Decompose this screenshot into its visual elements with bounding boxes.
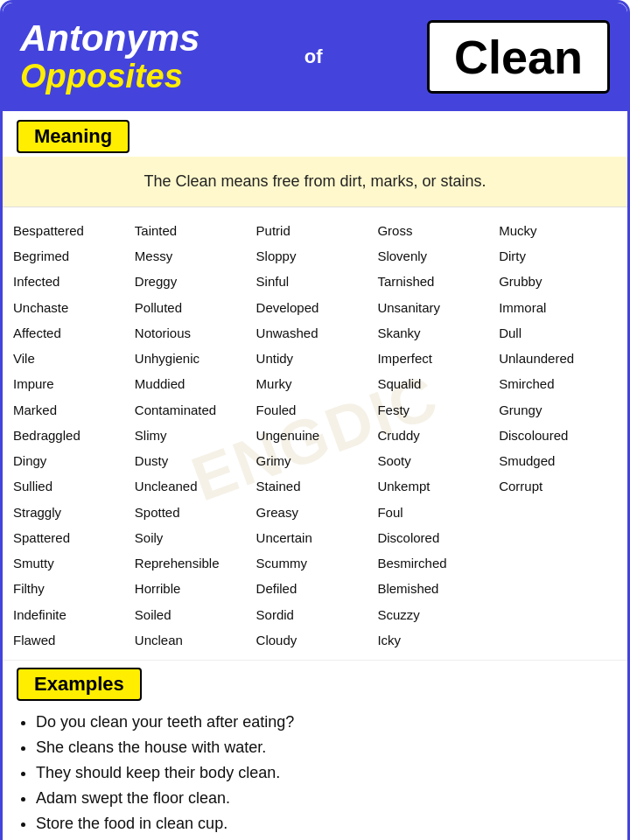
word-col-1: BespatteredBegrimedInfectedUnchasteAffec… xyxy=(11,218,133,653)
word-item: Slimy xyxy=(133,423,255,448)
meaning-text: The Clean means free from dirt, marks, o… xyxy=(3,157,627,207)
example-item: Store the food in clean cup. xyxy=(36,815,610,833)
word-col-4: GrossSlovenlyTarnishedUnsanitarySkankyIm… xyxy=(375,218,497,653)
example-item: Do you clean your teeth after eating? xyxy=(36,713,610,732)
word-item: Vile xyxy=(11,346,133,371)
word-grid-container: ENGDIC BespatteredBegrimedInfectedUnchas… xyxy=(3,214,627,660)
word-item: Murky xyxy=(255,371,376,396)
word-item: Discolored xyxy=(375,525,497,550)
word-item: Indefinite xyxy=(11,602,133,627)
word-item: Greasy xyxy=(255,500,376,525)
word-col-5: MuckyDirtyGrubbyImmoralDullUnlaunderedSm… xyxy=(497,218,619,653)
word-item: Putrid xyxy=(255,218,376,243)
word-item: Bespattered xyxy=(11,218,133,243)
word-item: Spattered xyxy=(11,525,133,550)
header: Antonyms Opposites of Clean xyxy=(3,3,627,111)
word-item: Soily xyxy=(133,525,255,550)
word-item: Sloppy xyxy=(255,243,376,269)
word-item: Imperfect xyxy=(375,346,497,371)
word-item: Unhygienic xyxy=(133,346,255,371)
word-item xyxy=(497,526,619,531)
word-item: Dirty xyxy=(497,243,619,269)
word-item: Contaminated xyxy=(133,397,255,423)
word-item: Ungenuine xyxy=(255,423,376,448)
example-item: They should keep their body clean. xyxy=(36,764,610,782)
word-item: Tarnished xyxy=(375,269,497,294)
word-item: Muddied xyxy=(133,371,255,396)
word-item: Gross xyxy=(375,218,497,243)
word-item: Sullied xyxy=(11,473,133,499)
meaning-label: Meaning xyxy=(17,120,130,153)
word-item: Grimy xyxy=(255,448,376,473)
word-item: Affected xyxy=(11,320,133,346)
word-item: Flawed xyxy=(11,627,133,653)
word-item: Scummy xyxy=(255,550,376,576)
meaning-label-row: Meaning xyxy=(3,111,627,157)
word-item: Dusty xyxy=(133,448,255,473)
word-item: Bedraggled xyxy=(11,423,133,448)
word-item: Discoloured xyxy=(497,423,619,448)
word-item: Dull xyxy=(497,320,619,346)
header-left: Antonyms Opposites xyxy=(20,18,200,95)
examples-label-row: Examples xyxy=(3,660,627,704)
word-item: Smirched xyxy=(497,371,619,396)
word-item: Unclean xyxy=(133,627,255,653)
word-item: Mucky xyxy=(497,218,619,243)
word-item: Infected xyxy=(11,269,133,294)
word-item: Skanky xyxy=(375,320,497,346)
example-item: Adam swept the floor clean. xyxy=(36,789,610,808)
word-item: Immoral xyxy=(497,295,619,320)
examples-list: Do you clean your teeth after eating?She… xyxy=(3,704,627,840)
word-item: Reprehensible xyxy=(133,550,255,576)
word-item: Unsanitary xyxy=(375,295,497,320)
word-item: Notorious xyxy=(133,320,255,346)
header-title2: Opposites xyxy=(20,59,200,95)
word-item: Scuzzy xyxy=(375,602,497,627)
word-item: Squalid xyxy=(375,371,497,396)
header-of-label: of xyxy=(304,46,323,68)
word-item: Cruddy xyxy=(375,423,497,448)
word-item: Sordid xyxy=(255,602,376,627)
word-item: Dreggy xyxy=(133,269,255,294)
word-item: Unwashed xyxy=(255,320,376,346)
word-item: Unlaundered xyxy=(497,346,619,371)
word-item: Festy xyxy=(375,397,497,423)
word-item: Blemished xyxy=(375,576,497,601)
example-item: She cleans the house with water. xyxy=(36,738,610,757)
word-item: Straggly xyxy=(11,500,133,525)
word-item: Developed xyxy=(255,295,376,320)
word-item: Uncleaned xyxy=(133,473,255,499)
word-item: Foul xyxy=(375,500,497,525)
word-item: Corrupt xyxy=(497,473,619,499)
word-item: Begrimed xyxy=(11,243,133,269)
word-item: Defiled xyxy=(255,576,376,601)
header-word-box: Clean xyxy=(427,20,610,94)
word-grid: BespatteredBegrimedInfectedUnchasteAffec… xyxy=(11,218,619,653)
word-item: Horrible xyxy=(133,576,255,601)
word-item: Grungy xyxy=(497,397,619,423)
word-item: Sinful xyxy=(255,269,376,294)
word-col-2: TaintedMessyDreggyPollutedNotoriousUnhyg… xyxy=(133,218,255,653)
word-item: Grubby xyxy=(497,269,619,294)
word-item: Smudged xyxy=(497,448,619,473)
header-title1: Antonyms xyxy=(20,18,200,59)
word-item: Untidy xyxy=(255,346,376,371)
word-item: Tainted xyxy=(133,218,255,243)
word-item: Stained xyxy=(255,473,376,499)
word-item: Filthy xyxy=(11,576,133,601)
word-item: Smutty xyxy=(11,550,133,576)
word-item: Besmirched xyxy=(375,550,497,576)
word-item: Slovenly xyxy=(375,243,497,269)
examples-label: Examples xyxy=(17,668,142,701)
word-item: Uncertain xyxy=(255,525,376,550)
word-item: Icky xyxy=(375,627,497,653)
word-col-3: PutridSloppySinfulDevelopedUnwashedUntid… xyxy=(255,218,376,653)
word-item: Marked xyxy=(11,397,133,423)
word-item: Impure xyxy=(11,371,133,396)
word-item: Polluted xyxy=(133,295,255,320)
word-item: Unkempt xyxy=(375,473,497,499)
word-item: Soiled xyxy=(133,602,255,627)
word-item: Dingy xyxy=(11,448,133,473)
header-word: Clean xyxy=(454,30,583,84)
word-item: Unchaste xyxy=(11,295,133,320)
